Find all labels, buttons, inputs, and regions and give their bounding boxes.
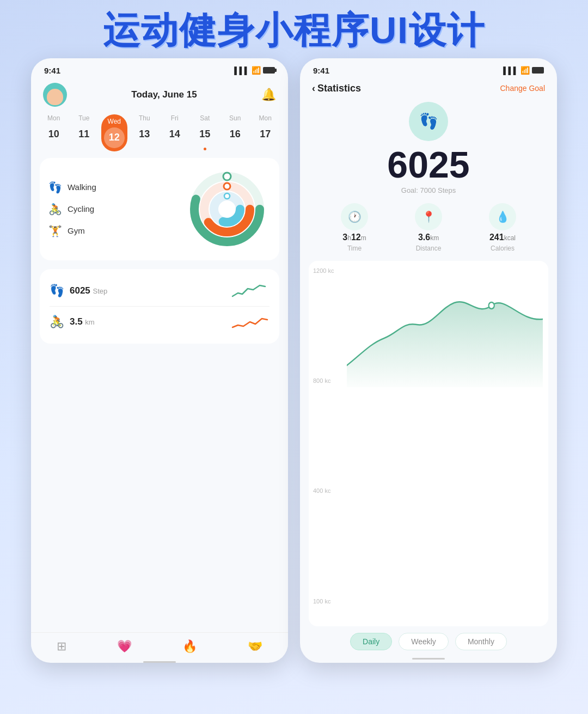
header-date: Today, June 15 <box>131 89 197 100</box>
cycling-stat-icon: 🚴 <box>50 315 64 329</box>
phone-1: 9:41 ▌▌▌ 📶 Today, June 15 🔔 <box>31 58 288 663</box>
cycling-label: Cycling <box>68 204 94 213</box>
period-tabs: Daily Weekly Monthly <box>309 628 548 654</box>
calories-label: Calories <box>491 245 514 252</box>
steps-number: 6025 <box>387 144 469 185</box>
wifi-icon: 📶 <box>252 66 261 75</box>
y-label-800: 800 kc <box>313 377 334 384</box>
back-button[interactable]: ‹ Statistics <box>312 83 361 94</box>
area-chart-svg <box>347 267 543 387</box>
metric-calories: 💧 241kcal Calories <box>489 203 516 252</box>
status-bar-1: 9:41 ▌▌▌ 📶 <box>31 58 288 78</box>
tab-weekly[interactable]: Weekly <box>399 633 449 650</box>
nav-fire[interactable]: 🔥 <box>182 639 197 654</box>
svg-point-6 <box>223 173 231 180</box>
avatar-face <box>47 89 63 105</box>
day-thu13[interactable]: Thu 13 <box>131 114 157 151</box>
signal2-icon: ▌▌▌ <box>503 66 518 75</box>
steps-center: 👣 6025 Goal: 7000 Steps <box>300 96 557 197</box>
y-label-1200: 1200 kc <box>313 267 334 274</box>
distance-metric-icon: 📍 <box>415 203 442 230</box>
stats-section: 👣 6025 Step 🚴 3.5 km <box>40 269 279 344</box>
app-title: 运动健身小程序UI设计 <box>11 10 577 51</box>
footsteps-icon: 👣 <box>419 112 438 130</box>
steps-icon: 👣 <box>50 284 64 298</box>
tab-monthly[interactable]: Monthly <box>455 633 507 650</box>
steps-icon-circle: 👣 <box>409 102 448 141</box>
day-mon10[interactable]: Mon 10 <box>41 114 67 151</box>
activity-gym[interactable]: 🏋 Gym <box>48 224 96 237</box>
nav-social[interactable]: 🤝 <box>248 639 262 654</box>
steps-mini-chart <box>231 281 270 301</box>
stat-steps: 👣 6025 Step <box>50 276 270 306</box>
signal-icon: ▌▌▌ <box>234 66 249 75</box>
walking-icon: 👣 <box>48 181 62 194</box>
app-container: 运动健身小程序UI设计 9:41 ▌▌▌ 📶 Toda <box>0 0 588 663</box>
avatar[interactable] <box>43 83 67 107</box>
status-bar-2: 9:41 ▌▌▌ 📶 <box>300 58 557 78</box>
bottom-nav: ⊞ 💗 🔥 🤝 <box>31 632 288 658</box>
metric-distance: 📍 3.6km Distance <box>415 203 442 252</box>
cycling-icon: 🚴 <box>48 203 62 216</box>
activity-list: 👣 Walking 🚴 Cycling 🏋 Gym <box>48 181 96 237</box>
time-label: Time <box>347 245 362 252</box>
svg-point-9 <box>489 302 494 309</box>
statistics-label: Statistics <box>317 83 361 94</box>
time-2: 9:41 <box>313 66 329 75</box>
day-sun16[interactable]: Sun 16 <box>222 114 248 151</box>
nav-home[interactable]: ⊞ <box>57 639 66 654</box>
wifi2-icon: 📶 <box>520 66 530 75</box>
phone-2: 9:41 ▌▌▌ 📶 ‹ Statistics Change Goal 👣 <box>300 58 557 663</box>
donut-svg <box>183 166 271 253</box>
battery-icon <box>263 67 275 74</box>
y-label-400: 400 kc <box>313 487 334 494</box>
gym-label: Gym <box>68 226 85 235</box>
donut-chart <box>183 166 271 253</box>
activity-cycling[interactable]: 🚴 Cycling <box>48 203 96 216</box>
gym-icon: 🏋 <box>48 224 62 237</box>
metric-time: 🕐 3h12m Time <box>341 203 368 252</box>
signal-icons-2: ▌▌▌ 📶 <box>503 66 544 75</box>
day-wed12[interactable]: Wed 12 <box>101 114 127 151</box>
home-icon: ⊞ <box>57 639 66 654</box>
heart-icon: 💗 <box>117 639 132 654</box>
stat-distance: 🚴 3.5 km <box>50 306 270 337</box>
steps-goal: Goal: 7000 Steps <box>401 186 456 194</box>
nav-health[interactable]: 💗 <box>117 639 132 654</box>
metrics-row: 🕐 3h12m Time 📍 3.6km Distance 💧 <box>309 199 548 257</box>
day-sat15[interactable]: Sat 15 <box>192 114 218 151</box>
back-arrow-icon: ‹ <box>312 83 315 94</box>
distance-label: Distance <box>416 245 442 252</box>
tab-daily[interactable]: Daily <box>350 633 392 650</box>
chart-y-labels: 1200 kc 800 kc 400 kc 100 kc <box>313 267 334 605</box>
day-dot <box>204 148 206 150</box>
calories-metric-icon: 💧 <box>489 203 516 230</box>
day-fri14[interactable]: Fri 14 <box>162 114 188 151</box>
battery2-icon <box>532 67 544 74</box>
social-icon: 🤝 <box>248 639 262 654</box>
calories-value: 241kcal <box>489 233 516 242</box>
y-label-100: 100 kc <box>313 598 334 605</box>
signal-icons-1: ▌▌▌ 📶 <box>234 66 275 75</box>
bell-icon[interactable]: 🔔 <box>261 88 276 102</box>
distance-value-2: 3.6km <box>418 233 439 242</box>
day-mon17[interactable]: Mon 17 <box>252 114 278 151</box>
title-banner: 运动健身小程序UI设计 <box>0 0 588 58</box>
activity-walking[interactable]: 👣 Walking <box>48 181 96 194</box>
day-tue11[interactable]: Tue 11 <box>71 114 97 151</box>
nav-indicator <box>143 661 176 663</box>
phones-container: 9:41 ▌▌▌ 📶 Today, June 15 🔔 <box>0 58 588 663</box>
chart-area: 1200 kc 800 kc 400 kc 100 kc <box>309 261 548 626</box>
change-goal-button[interactable]: Change Goal <box>500 84 545 93</box>
time-metric-icon: 🕐 <box>341 203 368 230</box>
time-value: 3h12m <box>342 233 366 242</box>
bottom-indicator-2 <box>412 658 445 660</box>
fire-icon: 🔥 <box>182 639 197 654</box>
svg-point-7 <box>224 183 230 190</box>
activity-section: 👣 Walking 🚴 Cycling 🏋 Gym <box>40 158 279 260</box>
distance-mini-chart <box>231 312 270 332</box>
walking-label: Walking <box>68 182 96 192</box>
steps-value: 6025 Step <box>70 285 107 296</box>
distance-value: 3.5 km <box>70 316 95 327</box>
calendar-week: Mon 10 Tue 11 Wed 12 Thu 13 Fri 14 <box>31 109 288 154</box>
